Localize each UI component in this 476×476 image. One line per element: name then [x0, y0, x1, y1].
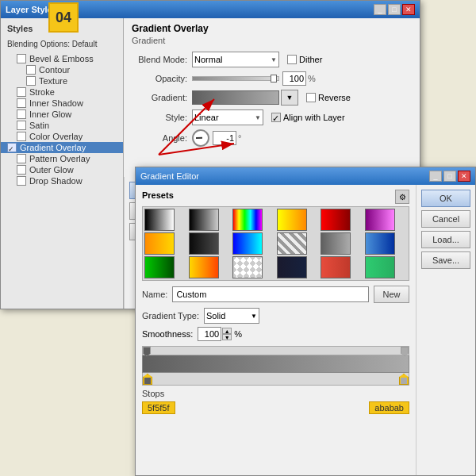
blend-mode-combo[interactable]: Normal ▼ — [192, 52, 279, 67]
preset-violet[interactable] — [365, 209, 395, 231]
preset-red-dark[interactable] — [321, 256, 351, 278]
sidebar-item-inner-glow[interactable]: Inner Glow — [1, 109, 123, 120]
new-button[interactable]: New — [374, 286, 409, 303]
preset-orange-yellow[interactable] — [144, 232, 175, 255]
opacity-stops-area[interactable] — [142, 346, 409, 355]
gradient-dropdown-btn[interactable]: ▼ — [281, 90, 298, 106]
sidebar-item-color-overlay[interactable]: Color Overlay — [1, 131, 123, 142]
preset-yellow-orange[interactable] — [277, 209, 307, 231]
preset-blue-cyan[interactable] — [232, 232, 263, 255]
style-caret-icon: ▼ — [255, 114, 261, 121]
sidebar-item-outer-glow[interactable]: Outer Glow — [1, 164, 123, 175]
sidebar-item-inner-shadow[interactable]: Inner Shadow — [1, 98, 123, 109]
gradient-row: Gradient: ▼ Reverse — [132, 90, 412, 106]
name-input[interactable]: Custom — [172, 286, 369, 302]
color-stop-right[interactable] — [399, 374, 409, 385]
dither-checkbox[interactable] — [287, 55, 297, 64]
opacity-unit: % — [308, 74, 316, 83]
reverse-label: Reverse — [318, 93, 351, 102]
preset-black-trans[interactable] — [189, 209, 219, 231]
sidebar-item-satin[interactable]: Satin — [1, 120, 123, 131]
gradient-bar[interactable] — [142, 355, 409, 373]
sidebar-item-drop-shadow[interactable]: Drop Shadow — [1, 175, 123, 186]
inner-shadow-checkbox[interactable] — [17, 98, 26, 108]
close-button[interactable]: ✕ — [402, 4, 415, 15]
sidebar-item-contour[interactable]: Contour — [1, 64, 123, 75]
align-row: ✓ Align with Layer — [271, 113, 345, 122]
smoothness-up-button[interactable]: ▲ — [222, 328, 232, 334]
satin-checkbox[interactable] — [17, 121, 26, 130]
gradient-preview[interactable] — [192, 90, 279, 105]
angle-label: Angle: — [132, 133, 187, 143]
sidebar-item-gradient-overlay[interactable]: ✓ Gradient Overlay — [1, 142, 123, 153]
sidebar-item-stroke[interactable]: Stroke — [1, 86, 123, 98]
blend-mode-label: Blend Mode: — [132, 55, 187, 64]
style-label: Style: — [132, 113, 187, 122]
preset-rainbow[interactable] — [232, 209, 263, 231]
inner-glow-checkbox[interactable] — [17, 109, 26, 119]
preset-gold-red[interactable] — [189, 256, 219, 278]
opacity-label: Opacity: — [132, 74, 187, 83]
gradient-overlay-checkbox[interactable]: ✓ — [7, 143, 17, 152]
preset-blue[interactable] — [365, 232, 395, 255]
ge-ok-button[interactable]: OK — [421, 190, 470, 207]
opacity-stop-left[interactable] — [143, 347, 151, 356]
pattern-overlay-checkbox[interactable] — [17, 154, 26, 163]
ge-title: Gradient Editor — [140, 171, 199, 181]
sidebar-item-blending[interactable]: Blending Options: Default — [1, 37, 123, 51]
angle-dial[interactable] — [192, 129, 209, 147]
smoothness-down-button[interactable]: ▼ — [222, 334, 232, 340]
preset-dark-blue[interactable] — [277, 256, 307, 278]
ge-side-buttons: OK Cancel Load... Save... — [416, 185, 475, 475]
opacity-input[interactable]: 100 — [282, 71, 306, 86]
preset-custom-gray[interactable] — [321, 232, 351, 255]
angle-unit: ° — [238, 133, 241, 143]
ge-minimize-button[interactable]: _ — [429, 171, 442, 182]
type-row: Gradient Type: Solid ▼ — [142, 308, 409, 324]
minimize-button[interactable]: _ — [374, 4, 386, 15]
sidebar-item-pattern-overlay[interactable]: Pattern Overlay — [1, 153, 123, 164]
texture-checkbox[interactable] — [26, 76, 36, 86]
align-label: Align with Layer — [283, 113, 345, 122]
reverse-checkbox[interactable] — [306, 93, 316, 102]
preset-red[interactable] — [321, 209, 351, 231]
opacity-stop-right[interactable] — [401, 347, 409, 356]
opacity-slider-thumb[interactable] — [271, 75, 277, 83]
sidebar-item-texture[interactable]: Texture — [1, 75, 123, 86]
smoothness-unit: % — [234, 329, 242, 339]
preset-black-white[interactable] — [144, 209, 175, 231]
ge-close-button[interactable]: ✕ — [458, 171, 470, 182]
preset-green-dark[interactable] — [365, 256, 395, 278]
ge-cancel-button[interactable]: Cancel — [421, 210, 470, 228]
drop-shadow-checkbox[interactable] — [17, 176, 26, 186]
ge-save-button[interactable]: Save... — [421, 251, 470, 269]
ge-maximize-button[interactable]: □ — [443, 171, 456, 182]
opacity-row: Opacity: 100 % — [132, 71, 412, 86]
contour-checkbox[interactable] — [26, 65, 36, 75]
maximize-button[interactable]: □ — [388, 4, 401, 15]
smoothness-input[interactable]: 100 — [198, 327, 221, 341]
preset-green[interactable] — [144, 256, 175, 278]
type-combo[interactable]: Solid ▼ — [204, 308, 259, 324]
style-combo[interactable]: Linear ▼ — [192, 109, 263, 125]
ge-title-bar: Gradient Editor _ □ ✕ — [136, 167, 475, 185]
align-checkbox[interactable]: ✓ — [271, 113, 281, 122]
color-stop-left[interactable] — [143, 374, 152, 385]
bevel-checkbox[interactable] — [17, 54, 26, 63]
color-stops-area[interactable] — [142, 373, 409, 386]
preset-checker[interactable] — [232, 256, 263, 278]
stroke-checkbox[interactable] — [17, 87, 26, 97]
ge-load-button[interactable]: Load... — [421, 231, 470, 248]
angle-input[interactable]: -1 — [213, 131, 236, 145]
presets-grid — [142, 206, 409, 281]
preset-hatch[interactable] — [277, 232, 307, 255]
outer-glow-checkbox[interactable] — [17, 165, 26, 175]
sidebar-item-bevel[interactable]: Bevel & Emboss — [1, 53, 123, 64]
ge-body: Presets ⚙ — [136, 185, 475, 475]
presets-gear-button[interactable]: ⚙ — [395, 190, 409, 204]
preset-dark[interactable] — [189, 232, 219, 255]
color-overlay-checkbox[interactable] — [17, 132, 26, 141]
opacity-slider-track[interactable] — [192, 76, 279, 81]
gradient-bar-area: Stops 5f5f5f ababab — [142, 346, 409, 414]
dither-label: Dither — [299, 55, 322, 64]
